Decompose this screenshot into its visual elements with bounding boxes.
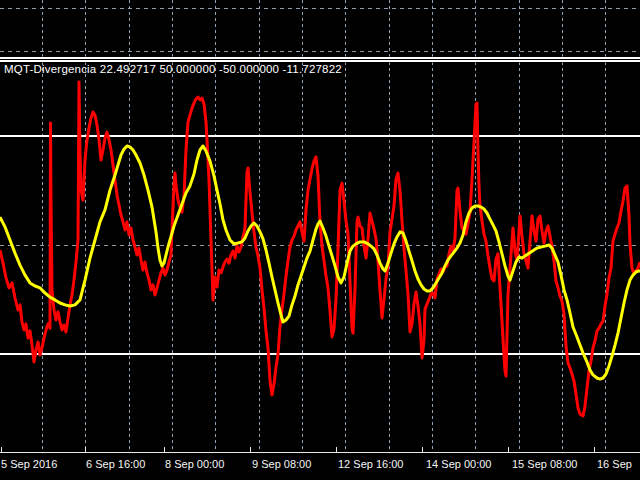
time-axis-label: 9 Sep 08:00 [252, 458, 311, 470]
time-axis-label: 14 Sep 00:00 [426, 458, 491, 470]
time-axis-label: 6 Sep 16:00 [86, 458, 145, 470]
time-axis-label: 5 Sep 2016 [1, 458, 57, 470]
time-axis-label: 12 Sep 16:00 [338, 458, 403, 470]
time-axis-label: 16 Sep [597, 458, 632, 470]
indicator-values-label: MQT-Divergencia 22.492717 50.000000 -50.… [4, 63, 342, 75]
time-axis-label: 15 Sep 08:00 [512, 458, 577, 470]
time-axis-label: 8 Sep 00:00 [165, 458, 224, 470]
mt4-chart-window: MQT-Divergencia 22.492717 50.000000 -50.… [0, 0, 640, 480]
